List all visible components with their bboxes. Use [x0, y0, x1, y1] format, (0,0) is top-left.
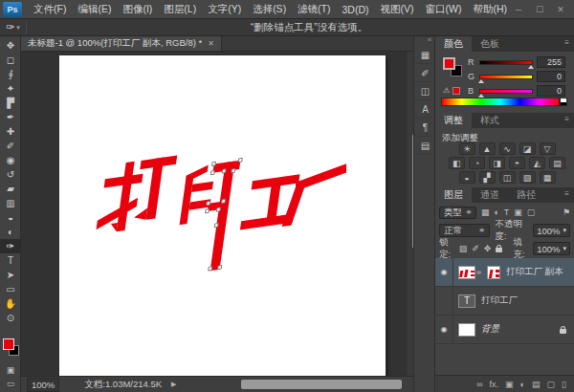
photo-filter-icon[interactable]: ◓: [509, 157, 525, 169]
vibrance-icon[interactable]: ▽: [540, 142, 556, 155]
tab-layers[interactable]: 图层: [435, 187, 472, 203]
horizontal-scrollbar-thumb[interactable]: [241, 380, 402, 389]
lock-transparency-icon[interactable]: ▨: [459, 244, 468, 253]
menu-edit[interactable]: 编辑(E): [72, 0, 117, 19]
slider-thumb-b[interactable]: [478, 94, 484, 98]
channel-slider-b[interactable]: [479, 89, 533, 94]
delete-anchor-point-tool-icon[interactable]: ✑: [6, 21, 14, 33]
foreground-color-swatch[interactable]: [3, 338, 14, 350]
channel-slider-g[interactable]: [479, 75, 533, 79]
tool-gradient[interactable]: ▥: [0, 196, 21, 210]
menu-layer[interactable]: 图层(L): [158, 0, 202, 19]
canvas-artwork[interactable]: [96, 151, 346, 296]
tool-move[interactable]: ✥: [0, 38, 21, 53]
menu-file[interactable]: 文件(F): [28, 0, 72, 19]
maximize-button[interactable]: ☐: [534, 5, 545, 14]
vertical-scrollbar[interactable]: [407, 52, 413, 376]
layer-mask-icon[interactable]: ▣: [505, 380, 514, 389]
menu-select[interactable]: 选择(S): [247, 0, 292, 19]
visibility-toggle[interactable]: ◉: [435, 316, 453, 344]
filter-type-icon[interactable]: T: [504, 207, 510, 217]
visibility-toggle-empty[interactable]: [435, 287, 453, 316]
tool-hand[interactable]: ✋: [0, 296, 21, 311]
tool-spot-healing[interactable]: ✚: [0, 124, 21, 139]
tool-zoom[interactable]: ⊙: [0, 311, 21, 325]
panel-icon-brush-presets[interactable]: ▦: [414, 46, 436, 64]
panel-icon-paragraph[interactable]: ¶: [414, 119, 436, 137]
link-layers-icon[interactable]: ∞: [476, 380, 482, 389]
lock-position-icon[interactable]: ✥: [484, 244, 492, 253]
channel-slider-r[interactable]: [479, 60, 533, 65]
layer-row-background[interactable]: ◉ 背景: [435, 316, 574, 344]
slider-thumb-r[interactable]: [528, 65, 534, 69]
tab-styles[interactable]: 样式: [472, 113, 508, 128]
curves-icon[interactable]: ∿: [499, 142, 516, 155]
tool-history-brush[interactable]: ↺: [0, 167, 21, 182]
new-layer-icon[interactable]: ▢: [547, 380, 556, 389]
color-panel-menu-icon[interactable]: ≡: [560, 36, 574, 52]
tab-channels[interactable]: 通道: [472, 187, 508, 203]
expand-panels-icon[interactable]: «: [414, 36, 434, 46]
color-balance-icon[interactable]: ◔: [469, 157, 485, 169]
tool-dodge[interactable]: ◐: [0, 225, 21, 239]
menu-filter[interactable]: 滤镜(T): [292, 0, 336, 19]
posterize-icon[interactable]: ▞: [479, 171, 496, 184]
vector-mask-thumbnail[interactable]: [487, 266, 500, 279]
menu-help[interactable]: 帮助(H): [467, 0, 513, 19]
color-spectrum-ramp[interactable]: [441, 98, 560, 106]
screen-mode-button[interactable]: ▭: [0, 377, 21, 389]
canvas[interactable]: [59, 55, 386, 376]
tool-type[interactable]: T: [0, 253, 21, 268]
gamut-warning[interactable]: ⚠: [443, 86, 460, 95]
tab-swatches[interactable]: 色板: [472, 36, 508, 52]
panel-foreground-swatch[interactable]: [443, 57, 455, 70]
background-thumbnail[interactable]: [458, 323, 475, 337]
lock-pixels-icon[interactable]: ✐: [472, 244, 479, 253]
document-close-icon[interactable]: ✕: [208, 39, 214, 48]
quick-mask-button[interactable]: ▣: [0, 363, 21, 376]
layer-thumbnail[interactable]: [458, 266, 475, 279]
tab-paths[interactable]: 路径: [508, 187, 544, 203]
minimize-button[interactable]: ─: [513, 5, 524, 14]
exposure-icon[interactable]: ◪: [519, 142, 536, 155]
zoom-level-field[interactable]: 100%: [27, 378, 59, 392]
tool-pen[interactable]: ✑: [0, 239, 21, 253]
panel-icon-timeline[interactable]: ▤: [414, 137, 436, 155]
channel-value-b[interactable]: 0: [537, 85, 565, 97]
panel-icon-brush[interactable]: ✐: [414, 64, 436, 82]
spectrum-bw-swatches[interactable]: [560, 98, 567, 106]
tool-brush[interactable]: ✐: [0, 139, 21, 153]
text-layer-thumbnail[interactable]: T: [458, 294, 475, 308]
threshold-icon[interactable]: ◫: [499, 171, 516, 184]
tool-eyedropper[interactable]: ✒: [0, 110, 21, 124]
layer-row-copy[interactable]: ◉ ∞ 打印工厂 副本: [435, 258, 574, 287]
panel-icon-clone-source[interactable]: ◫: [414, 82, 436, 100]
levels-icon[interactable]: ▲: [479, 142, 496, 155]
tab-adjustments[interactable]: 调整: [435, 113, 472, 128]
delete-layer-icon[interactable]: ▯: [562, 380, 566, 389]
tool-shape[interactable]: ▭: [0, 282, 21, 296]
adjustments-panel-menu-icon[interactable]: ≡: [560, 113, 574, 128]
layer-row-text[interactable]: T 打印工厂: [435, 287, 574, 316]
color-lookup-icon[interactable]: ▤: [549, 157, 565, 169]
canvas-region[interactable]: [21, 52, 407, 376]
status-menu-arrow-icon[interactable]: ▶: [171, 381, 176, 388]
opacity-field[interactable]: 100% ▾: [533, 224, 570, 237]
hue-saturation-icon[interactable]: ◧: [449, 157, 465, 169]
menu-image[interactable]: 图像(I): [117, 0, 158, 19]
layer-filter-kind-dropdown[interactable]: 类型 ≑: [439, 207, 476, 219]
tool-preset-caret-icon[interactable]: ▾: [16, 24, 20, 32]
menu-view[interactable]: 视图(V): [375, 0, 420, 19]
blend-mode-dropdown[interactable]: 正常 ≑: [439, 224, 490, 237]
brightness-contrast-icon[interactable]: ☀: [459, 142, 475, 155]
visibility-toggle[interactable]: ◉: [435, 258, 453, 287]
invert-icon[interactable]: ◒: [459, 171, 475, 184]
tab-color[interactable]: 颜色: [435, 36, 472, 52]
filter-toggle-flag-icon[interactable]: ⚑: [563, 207, 570, 217]
tool-lasso[interactable]: ∮: [0, 67, 21, 81]
selective-color-icon[interactable]: ▦: [540, 171, 556, 184]
close-button[interactable]: ✕: [555, 5, 566, 14]
adjustment-layer-icon[interactable]: ◐: [520, 380, 525, 389]
lock-all-icon[interactable]: [496, 245, 500, 252]
filter-image-icon[interactable]: ▦: [481, 207, 490, 217]
